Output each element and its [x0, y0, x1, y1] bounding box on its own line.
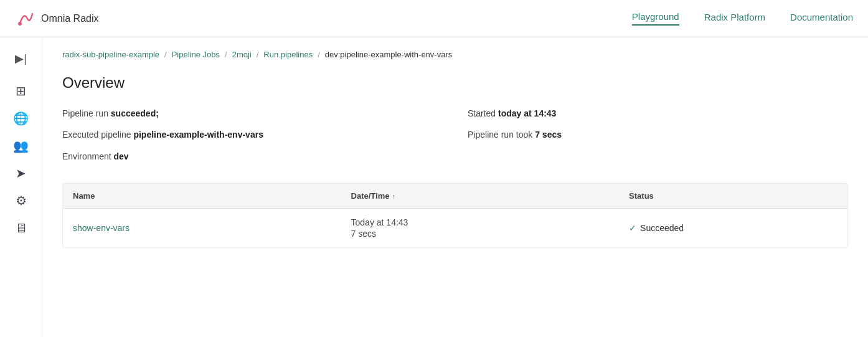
executed-value: pipeline-example-with-env-vars — [133, 130, 263, 140]
main-nav: Playground Radix Platform Documentation — [632, 11, 853, 26]
sidebar-toggle[interactable]: ▶| — [10, 47, 32, 70]
nav-playground[interactable]: Playground — [632, 11, 679, 26]
team-icon: 👥 — [13, 138, 29, 153]
breadcrumb-sep-3: / — [318, 50, 320, 59]
table-header: Name Date/Time ↑ Status — [63, 184, 847, 209]
started-row: Started today at 14:43 — [468, 107, 848, 120]
col-datetime[interactable]: Date/Time ↑ — [351, 191, 630, 201]
duration-value: 7 secs — [535, 130, 562, 140]
sidebar-item-globe[interactable]: 🌐 — [10, 107, 32, 130]
row-status-cell: ✓ Succeeded — [629, 223, 837, 233]
col-status-label: Status — [629, 191, 654, 201]
col-status: Status — [629, 191, 837, 201]
pipeline-status-prefix: Pipeline run — [62, 108, 111, 118]
breadcrumb-sep-1: / — [225, 50, 227, 59]
sort-asc-icon: ↑ — [392, 192, 395, 200]
logo-text: Omnia Radix — [41, 13, 98, 24]
row-name-cell: show-env-vars — [73, 223, 351, 233]
pipeline-icon: ➤ — [16, 166, 26, 181]
executed-pipeline-row: Executed pipeline pipeline-example-with-… — [62, 128, 443, 141]
settings-icon: ⚙ — [16, 193, 27, 208]
pipeline-status-value: succeeded; — [111, 108, 159, 118]
info-grid: Pipeline run succeeded; Started today at… — [62, 107, 848, 163]
collapse-icon: ▶| — [15, 52, 27, 65]
status-text: Succeeded — [640, 223, 684, 233]
table-row: show-env-vars Today at 14:43 7 secs ✓ Su… — [63, 209, 847, 247]
sidebar: ▶| ⊞ 🌐 👥 ➤ ⚙ 🖥 — [0, 37, 42, 337]
environment-value: dev — [113, 151, 128, 161]
breadcrumb-item-4: dev:pipeline-example-with-env-vars — [325, 50, 452, 59]
logo-area: Omnia Radix — [15, 9, 98, 29]
nav-documentation[interactable]: Documentation — [790, 12, 853, 25]
nav-radix-platform[interactable]: Radix Platform — [704, 12, 765, 25]
row-datetime-cell: Today at 14:43 7 secs — [351, 217, 630, 239]
pipeline-table: Name Date/Time ↑ Status show-env-vars To… — [62, 183, 848, 248]
breadcrumb-item-0[interactable]: radix-sub-pipeline-example — [62, 50, 159, 59]
svg-point-0 — [18, 22, 22, 26]
row-date: Today at 14:43 — [351, 217, 630, 227]
layout: ▶| ⊞ 🌐 👥 ➤ ⚙ 🖥 radix-sub-pipeline-exampl… — [0, 37, 868, 337]
col-name-label: Name — [73, 191, 95, 201]
pipeline-status-row: Pipeline run succeeded; — [62, 107, 443, 120]
environment-prefix: Environment — [62, 151, 113, 161]
col-datetime-label: Date/Time — [351, 191, 390, 201]
sidebar-item-team[interactable]: 👥 — [10, 135, 32, 157]
header: Omnia Radix Playground Radix Platform Do… — [0, 0, 868, 37]
duration-prefix: Pipeline run took — [468, 130, 535, 140]
col-name: Name — [73, 191, 351, 201]
status-check-icon: ✓ — [629, 223, 636, 233]
sidebar-item-apps[interactable]: ⊞ — [10, 80, 32, 102]
sidebar-item-settings[interactable]: ⚙ — [10, 189, 32, 212]
environment-row: Environment dev — [62, 150, 443, 163]
logo-icon — [15, 9, 35, 29]
started-value: today at 14:43 — [498, 108, 556, 118]
sidebar-item-pipeline[interactable]: ➤ — [10, 162, 32, 184]
overview-title: Overview — [62, 74, 848, 92]
apps-icon: ⊞ — [16, 83, 26, 98]
row-time-extra: 7 secs — [351, 229, 630, 239]
duration-row: Pipeline run took 7 secs — [468, 128, 848, 141]
breadcrumb-item-1[interactable]: Pipeline Jobs — [172, 50, 220, 59]
breadcrumb: radix-sub-pipeline-example / Pipeline Jo… — [62, 37, 848, 69]
monitor-icon: 🖥 — [15, 221, 27, 235]
sidebar-item-monitor[interactable]: 🖥 — [10, 217, 32, 239]
main-content: radix-sub-pipeline-example / Pipeline Jo… — [42, 37, 868, 337]
breadcrumb-item-3[interactable]: Run pipelines — [263, 50, 313, 59]
breadcrumb-item-2[interactable]: 2moji — [232, 50, 252, 59]
breadcrumb-sep-0: / — [164, 50, 167, 59]
row-name-link[interactable]: show-env-vars — [73, 223, 130, 233]
breadcrumb-sep-2: / — [257, 50, 259, 59]
executed-prefix: Executed pipeline — [62, 130, 133, 140]
started-prefix: Started — [468, 108, 498, 118]
globe-icon: 🌐 — [13, 111, 29, 126]
